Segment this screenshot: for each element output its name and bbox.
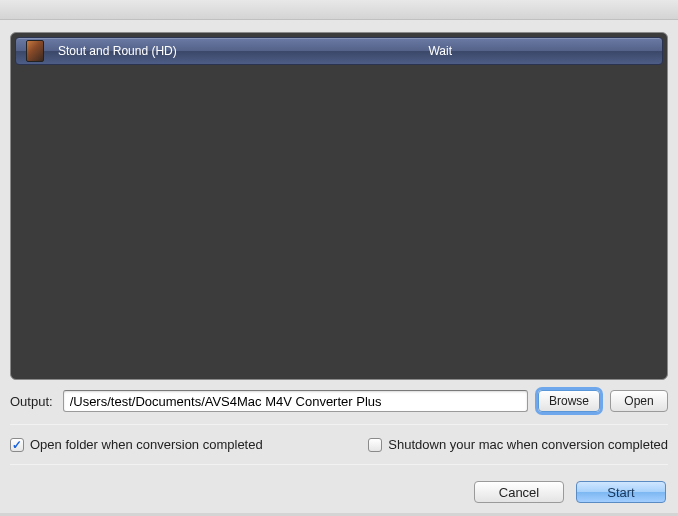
queue-item[interactable]: Stout and Round (HD) Wait [15, 37, 663, 65]
divider [10, 424, 668, 425]
cancel-button[interactable]: Cancel [474, 481, 564, 503]
queue-item-title: Stout and Round (HD) [58, 44, 177, 58]
open-folder-label: Open folder when conversion completed [30, 437, 263, 452]
shutdown-checkbox[interactable] [368, 438, 382, 452]
shutdown-label: Shutdown your mac when conversion comple… [388, 437, 668, 452]
video-thumbnail-icon [26, 40, 44, 62]
output-path-input[interactable] [63, 390, 528, 412]
open-button[interactable]: Open [610, 390, 668, 412]
footer-row: Cancel Start [10, 477, 668, 509]
dialog-panel: Stout and Round (HD) Wait Output: Browse… [0, 20, 678, 513]
shutdown-option[interactable]: Shutdown your mac when conversion comple… [368, 437, 668, 452]
output-row: Output: Browse Open [10, 390, 668, 412]
browse-button[interactable]: Browse [538, 390, 600, 412]
conversion-queue: Stout and Round (HD) Wait [10, 32, 668, 380]
start-button[interactable]: Start [576, 481, 666, 503]
open-folder-option[interactable]: Open folder when conversion completed [10, 437, 263, 452]
open-folder-checkbox[interactable] [10, 438, 24, 452]
queue-item-status: Wait [428, 44, 662, 58]
divider [10, 464, 668, 465]
output-label: Output: [10, 394, 53, 409]
options-row: Open folder when conversion completed Sh… [10, 437, 668, 452]
window-titlebar [0, 0, 678, 20]
